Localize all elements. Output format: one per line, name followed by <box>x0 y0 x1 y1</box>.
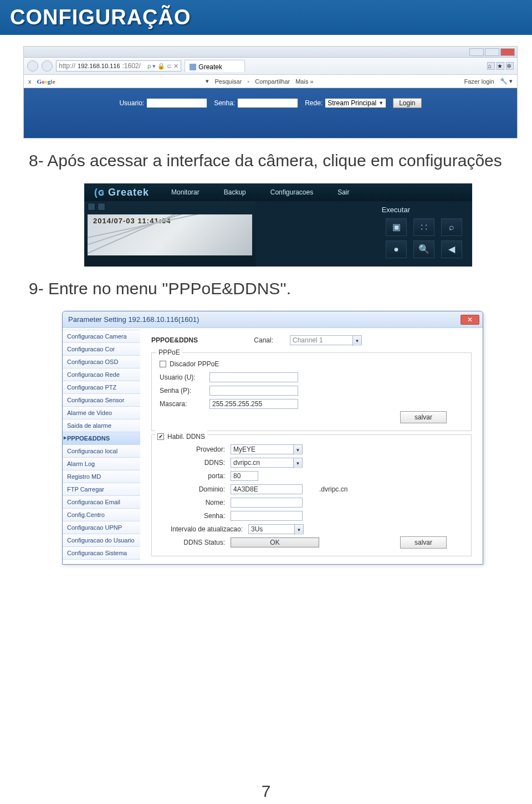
close-button[interactable]: ✕ <box>461 315 479 325</box>
sidebar-item[interactable]: Alarm Log <box>63 457 140 470</box>
pppoe-fieldset: PPPoE Discador PPPoE Usuario (U): Senha … <box>151 352 472 431</box>
nav-forward-icon[interactable] <box>42 60 53 71</box>
exec-icon-4[interactable]: ● <box>386 240 407 258</box>
gear-icon[interactable]: ✲ <box>506 62 514 70</box>
ddns-select[interactable]: dvripc.cn ▼ <box>231 458 303 468</box>
porta-label: porta: <box>160 472 231 480</box>
sidebar-item[interactable]: Configuracao PTZ <box>63 381 140 394</box>
sidebar-item[interactable]: Registro MD <box>63 470 140 483</box>
greatek-logo: (ɢ Greatek <box>84 186 159 198</box>
window-titlebar <box>24 47 517 58</box>
dominio-suffix: .dvripc.cn <box>319 485 347 493</box>
minimize-button[interactable] <box>469 48 484 56</box>
menu-backup[interactable]: Backup <box>212 183 258 201</box>
pppoe-senha-input[interactable] <box>209 386 298 396</box>
chevron-down-icon: ▼ <box>294 525 303 535</box>
usuario-label: Usuario: <box>119 99 144 107</box>
usuario-input[interactable] <box>146 98 207 108</box>
ddns-senha-input[interactable] <box>231 511 303 521</box>
menu-sair[interactable]: Sair <box>325 183 361 201</box>
sidebar-item[interactable]: Configuracao do Usuario <box>63 534 140 547</box>
exec-icon-6[interactable]: ◀ <box>441 240 462 258</box>
rede-value: Stream Principal <box>328 99 376 107</box>
browser-address-row: http:// 192.168.10.116 :1602/ ρ ▾ 🔒 ⊂ ✕ … <box>24 58 517 75</box>
discador-label: Discador PPPoE <box>170 360 219 368</box>
sidebar-item[interactable]: Configuracao Email <box>63 495 140 509</box>
senha-input[interactable] <box>237 98 298 108</box>
discador-checkbox[interactable] <box>160 361 166 367</box>
nome-label: Nome: <box>160 499 231 506</box>
sidebar-item[interactable]: PPPOE&DDNS <box>63 432 140 445</box>
ddns-salvar-button[interactable]: salvar <box>400 536 447 549</box>
home-icon[interactable]: ⌂ <box>487 62 495 70</box>
nome-input[interactable] <box>231 498 303 508</box>
address-bar[interactable]: http:// 192.168.10.116 :1602/ ρ ▾ 🔒 ⊂ ✕ <box>56 60 181 71</box>
sidebar-item[interactable]: Config.Centro <box>63 508 140 521</box>
close-button[interactable] <box>500 48 515 56</box>
instruction-9: 9- Entre no menu ''PPPoE&DDNS''. <box>29 278 515 300</box>
sidebar-item[interactable]: FTP Carregar <box>63 483 140 496</box>
layout-icon[interactable] <box>98 203 105 211</box>
dominio-input[interactable]: 4A3D8E <box>231 484 303 494</box>
sidebar-item[interactable]: Configuracao Sistema <box>63 546 140 560</box>
sidebar-item[interactable]: Configuracao Camera <box>63 330 140 343</box>
sidebar-item[interactable]: Configuracao Rede <box>63 368 140 381</box>
pppoe-usuario-label: Usuario (U): <box>160 373 209 381</box>
login-button[interactable]: Login <box>393 98 421 108</box>
settings-main: PPPOE&DDNS Canal: Channel 1 ▼ PPPoE Disc… <box>140 328 483 562</box>
screenshot-camera-nav: (ɢ Greatek Monitorar Backup Configuracoe… <box>84 183 472 267</box>
star-icon[interactable]: ★ <box>497 62 504 70</box>
habil-ddns-checkbox[interactable] <box>157 433 164 440</box>
wrench-icon[interactable]: 🔧 ▾ <box>500 78 513 85</box>
sidebar-item[interactable]: Saida de alarme <box>63 419 140 432</box>
page-number: 7 <box>0 782 532 801</box>
tab-title: Greatek <box>198 63 222 71</box>
sidebar-item[interactable]: Alarme de Video <box>63 406 140 419</box>
pppoe-mascara-input[interactable]: 255.255.255.255 <box>209 399 298 409</box>
dialog-titlebar: Parameter Setting 192.168.10.116(1601) ✕ <box>63 311 483 328</box>
exec-icon-3[interactable]: ⌕ <box>441 218 462 236</box>
chevron-down-icon: ▼ <box>352 336 361 346</box>
nav-back-icon[interactable] <box>27 60 38 71</box>
preview-panel: 2014/07-03 11:41:04 <box>84 201 256 267</box>
rede-select[interactable]: Stream Principal ▼ <box>325 98 386 108</box>
pppoe-salvar-button[interactable]: salvar <box>400 411 447 423</box>
layout-icon[interactable] <box>88 203 95 211</box>
exec-icon-1[interactable]: ▣ <box>386 218 407 236</box>
ddns-label: DDNS: <box>160 459 231 467</box>
exec-icon-2[interactable]: ⸬ <box>413 218 434 236</box>
sidebar-item[interactable]: Configuracao UPNP <box>63 521 140 534</box>
senha-label: Senha: <box>214 99 235 107</box>
canal-label: Canal: <box>254 336 273 344</box>
browser-tab[interactable]: Greatek <box>185 60 245 72</box>
sidebar-item[interactable]: Configuracao local <box>63 444 140 458</box>
menu-configuracoes[interactable]: Configuracoes <box>258 183 325 201</box>
dominio-label: Dominio: <box>160 485 231 493</box>
fazerlogin-link[interactable]: Fazer login <box>464 78 494 85</box>
pesquisar-button[interactable]: Pesquisar <box>214 78 242 85</box>
ddns-fieldset: Habil. DDNS Provedor: MyEYE ▼ DDNS: dvri <box>151 434 472 556</box>
mais-button[interactable]: Mais » <box>295 78 313 85</box>
chevron-down-icon: ▼ <box>378 100 383 106</box>
sidebar-item[interactable]: Configuracao OSD <box>63 355 140 368</box>
settings-sidebar: Configuracao CameraConfiguracao CorConfi… <box>63 328 140 562</box>
search-icon: ρ ▾ 🔒 ⊂ ✕ <box>147 63 178 70</box>
screenshot-login: http:// 192.168.10.116 :1602/ ρ ▾ 🔒 ⊂ ✕ … <box>23 46 518 139</box>
sidebar-item[interactable]: Configuracao Cor <box>63 342 140 356</box>
compartilhar-button[interactable]: Compartilhar <box>255 78 290 85</box>
pppoe-legend: PPPoE <box>156 349 182 356</box>
canal-select[interactable]: Channel 1 ▼ <box>290 335 362 345</box>
intervalo-select[interactable]: 3Us ▼ <box>248 524 304 534</box>
menu-monitorar[interactable]: Monitorar <box>159 183 212 201</box>
camera-preview: 2014/07-03 11:41:04 <box>88 214 252 255</box>
maximize-button[interactable] <box>485 48 499 56</box>
pppoe-usuario-input[interactable] <box>209 372 298 382</box>
ddns-status-label: DDNS Status: <box>160 539 231 546</box>
provedor-select[interactable]: MyEYE ▼ <box>231 444 303 454</box>
sidebar-item[interactable]: Configuracao Sensor <box>63 393 140 407</box>
pppoe-senha-label: Senha (P): <box>160 387 209 395</box>
porta-input[interactable]: 80 <box>231 471 258 481</box>
executar-label: Executar <box>382 204 462 214</box>
dialog-title: Parameter Setting 192.168.10.116(1601) <box>68 315 199 324</box>
exec-icon-5[interactable]: 🔍 <box>413 240 434 258</box>
